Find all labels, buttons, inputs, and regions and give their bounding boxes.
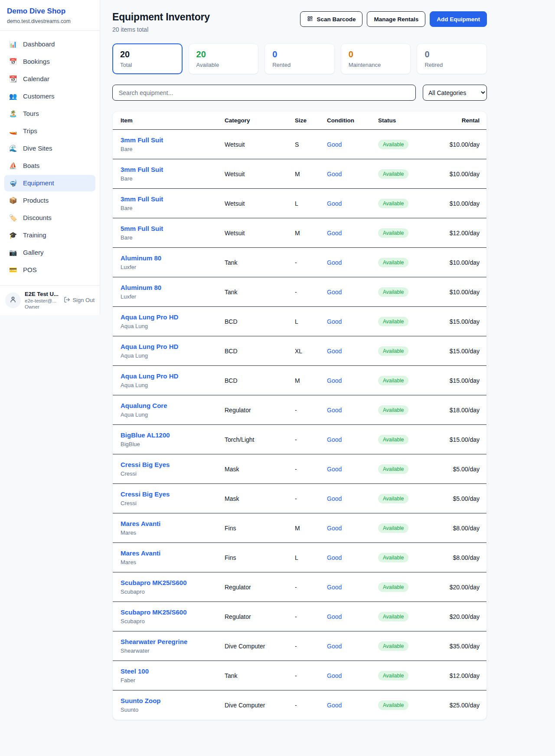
scan-barcode-button[interactable]: Scan Barcode	[300, 11, 362, 27]
stat-card-total[interactable]: 20 Total	[112, 43, 183, 74]
item-name-link[interactable]: Scubapro MK25/S600	[121, 579, 187, 586]
item-condition-link[interactable]: Good	[327, 141, 342, 148]
sidebar-item-tours[interactable]: 🏝️ Tours	[4, 105, 95, 122]
item-name-link[interactable]: Steel 100	[121, 667, 149, 675]
sidebar-item-bookings[interactable]: 📅 Bookings	[4, 53, 95, 70]
main-content: Equipment Inventory 20 items total Scan …	[100, 0, 487, 732]
table-row[interactable]: Steel 100 Faber Tank - Good Available $1…	[113, 661, 487, 690]
item-condition-link[interactable]: Good	[327, 613, 342, 620]
sidebar-item-trips[interactable]: 🚤 Trips	[4, 123, 95, 139]
item-rental-rate: $15.00/day	[427, 425, 487, 454]
sidebar-item-products[interactable]: 📦 Products	[4, 192, 95, 209]
item-brand: Suunto	[121, 707, 218, 713]
item-condition-link[interactable]: Good	[327, 554, 342, 561]
item-condition-link[interactable]: Good	[327, 200, 342, 207]
stat-card-available[interactable]: 20 Available	[189, 43, 259, 74]
table-row[interactable]: Mares Avanti Mares Fins M Good Available…	[113, 513, 487, 543]
table-row[interactable]: Aqua Lung Pro HD Aqua Lung BCD M Good Av…	[113, 366, 487, 395]
table-row[interactable]: Aqua Lung Pro HD Aqua Lung BCD XL Good A…	[113, 336, 487, 366]
item-name-link[interactable]: Mares Avanti	[121, 520, 160, 527]
item-condition-link[interactable]: Good	[327, 495, 342, 502]
item-size: -	[295, 407, 297, 414]
item-condition-link[interactable]: Good	[327, 702, 342, 709]
item-condition-link[interactable]: Good	[327, 672, 342, 679]
item-condition-link[interactable]: Good	[327, 525, 342, 532]
item-condition-link[interactable]: Good	[327, 259, 342, 266]
sidebar-item-customers[interactable]: 👥 Customers	[4, 88, 95, 105]
item-name-link[interactable]: 5mm Full Suit	[121, 225, 163, 232]
table-row[interactable]: 3mm Full Suit Bare Wetsuit M Good Availa…	[113, 159, 487, 189]
table-row[interactable]: Aqua Lung Pro HD Aqua Lung BCD L Good Av…	[113, 307, 487, 336]
item-condition-link[interactable]: Good	[327, 171, 342, 177]
status-badge: Available	[378, 612, 408, 621]
item-condition-link[interactable]: Good	[327, 436, 342, 443]
table-row[interactable]: Scubapro MK25/S600 Scubapro Regulator - …	[113, 572, 487, 602]
item-name-link[interactable]: Aqua Lung Pro HD	[121, 372, 178, 380]
sign-out-button[interactable]: Sign Out	[64, 296, 95, 304]
item-rental-rate: $10.00/day	[427, 159, 487, 189]
item-name-link[interactable]: Scubapro MK25/S600	[121, 608, 187, 616]
sidebar-item-dashboard[interactable]: 📊 Dashboard	[4, 36, 95, 53]
item-size: L	[295, 554, 298, 561]
table-row[interactable]: 5mm Full Suit Bare Wetsuit M Good Availa…	[113, 218, 487, 248]
table-row[interactable]: Scubapro MK25/S600 Scubapro Regulator - …	[113, 602, 487, 631]
sidebar-item-boats[interactable]: ⛵ Boats	[4, 158, 95, 174]
item-name-link[interactable]: 3mm Full Suit	[121, 195, 163, 203]
table-row[interactable]: 3mm Full Suit Bare Wetsuit L Good Availa…	[113, 189, 487, 218]
customers-icon: 👥	[9, 92, 17, 101]
sidebar-item-training[interactable]: 🎓 Training	[4, 227, 95, 243]
sidebar-item-dive-sites[interactable]: 🌊 Dive Sites	[4, 140, 95, 157]
item-name-link[interactable]: Cressi Big Eyes	[121, 490, 170, 498]
item-name-link[interactable]: Aqualung Core	[121, 402, 167, 409]
table-row[interactable]: Suunto Zoop Suunto Dive Computer - Good …	[113, 690, 487, 720]
stat-card-maintenance[interactable]: 0 Maintenance	[341, 43, 411, 74]
status-badge: Available	[378, 435, 408, 444]
item-name-link[interactable]: Cressi Big Eyes	[121, 461, 170, 468]
table-row[interactable]: Cressi Big Eyes Cressi Mask - Good Avail…	[113, 454, 487, 484]
item-name-link[interactable]: Suunto Zoop	[121, 697, 160, 704]
item-condition-link[interactable]: Good	[327, 348, 342, 355]
table-row[interactable]: Shearwater Peregrine Shearwater Dive Com…	[113, 631, 487, 661]
table-row[interactable]: BigBlue AL1200 BigBlue Torch/Light - Goo…	[113, 425, 487, 454]
item-condition-link[interactable]: Good	[327, 643, 342, 650]
logout-icon	[64, 296, 70, 304]
item-name-link[interactable]: Aluminum 80	[121, 284, 161, 291]
table-row[interactable]: Mares Avanti Mares Fins L Good Available…	[113, 543, 487, 572]
item-name-link[interactable]: 3mm Full Suit	[121, 136, 163, 144]
table-row[interactable]: Aqualung Core Aqua Lung Regulator - Good…	[113, 395, 487, 425]
manage-rentals-button[interactable]: Manage Rentals	[367, 11, 425, 27]
stat-card-retired[interactable]: 0 Retired	[417, 43, 487, 74]
stat-value: 0	[349, 49, 403, 59]
search-input[interactable]	[112, 85, 416, 101]
table-row[interactable]: Aluminum 80 Luxfer Tank - Good Available…	[113, 248, 487, 277]
item-name-link[interactable]: 3mm Full Suit	[121, 166, 163, 173]
add-equipment-button[interactable]: Add Equipment	[430, 11, 487, 27]
item-condition-link[interactable]: Good	[327, 289, 342, 296]
sidebar-item-gallery[interactable]: 📷 Gallery	[4, 244, 95, 261]
category-filter-select[interactable]: All Categories	[423, 85, 487, 101]
sidebar-item-pos[interactable]: 💳 POS	[4, 262, 95, 278]
table-row[interactable]: Cressi Big Eyes Cressi Mask - Good Avail…	[113, 484, 487, 513]
item-condition-link[interactable]: Good	[327, 230, 342, 237]
item-condition-link[interactable]: Good	[327, 584, 342, 591]
page-title: Equipment Inventory	[112, 11, 210, 23]
item-condition-link[interactable]: Good	[327, 377, 342, 384]
gallery-icon: 📷	[9, 248, 17, 257]
item-category: Fins	[225, 525, 236, 532]
item-condition-link[interactable]: Good	[327, 407, 342, 414]
stat-label: Total	[120, 62, 175, 68]
item-name-link[interactable]: Aluminum 80	[121, 254, 161, 262]
stat-card-rented[interactable]: 0 Rented	[264, 43, 335, 74]
item-condition-link[interactable]: Good	[327, 318, 342, 325]
sidebar-item-calendar[interactable]: 📆 Calendar	[4, 71, 95, 87]
sidebar-item-equipment[interactable]: 🤿 Equipment	[4, 175, 95, 191]
item-name-link[interactable]: BigBlue AL1200	[121, 431, 170, 439]
item-name-link[interactable]: Aqua Lung Pro HD	[121, 343, 178, 350]
item-name-link[interactable]: Shearwater Peregrine	[121, 638, 187, 645]
table-row[interactable]: 3mm Full Suit Bare Wetsuit S Good Availa…	[113, 130, 487, 159]
table-row[interactable]: Aluminum 80 Luxfer Tank - Good Available…	[113, 277, 487, 307]
sidebar-item-discounts[interactable]: 🏷️ Discounts	[4, 210, 95, 226]
item-name-link[interactable]: Mares Avanti	[121, 549, 160, 557]
item-condition-link[interactable]: Good	[327, 466, 342, 473]
item-name-link[interactable]: Aqua Lung Pro HD	[121, 313, 178, 321]
